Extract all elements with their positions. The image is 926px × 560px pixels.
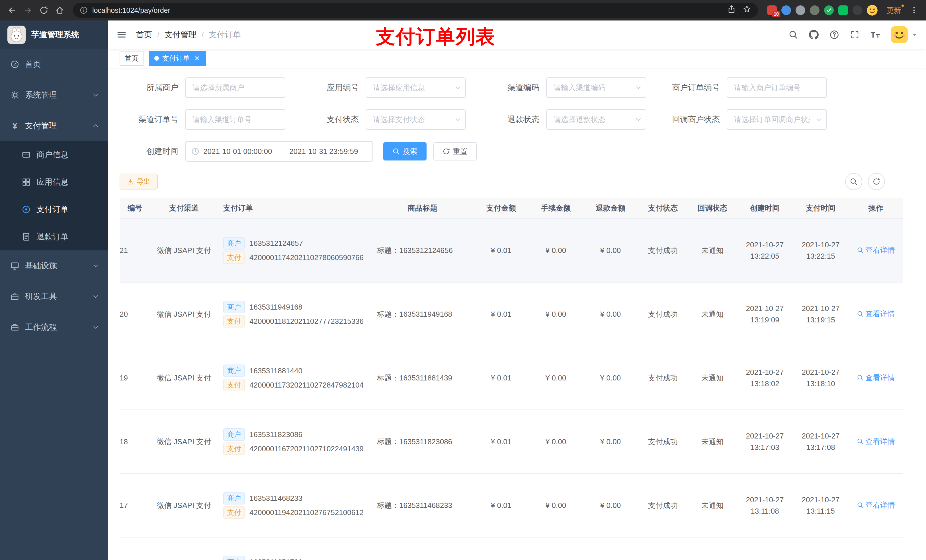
merchant-tag: 商户 <box>223 365 245 377</box>
chevron-down-icon <box>92 293 99 300</box>
bookmark-star-icon[interactable] <box>743 5 751 16</box>
top-navbar: 首页 / 支付管理 / 支付订单 支付订单列表 <box>108 21 926 49</box>
notify-cell: 未通知 <box>688 474 737 537</box>
reset-button[interactable]: 重置 <box>433 142 477 160</box>
sidebar-item-merchant-info[interactable]: 商户信息 <box>0 141 108 169</box>
tags-view: 首页 支付订单 <box>108 49 926 68</box>
toolbox-icon <box>10 292 20 301</box>
pay-status-select[interactable] <box>366 109 466 130</box>
extension-icon-5[interactable] <box>824 5 834 15</box>
create-time-range-picker[interactable]: 2021-10-01 00:00:00 - 2021-10-31 23:59:5… <box>185 141 373 162</box>
browser-update-button[interactable]: 更新 <box>887 6 901 15</box>
breadcrumb-pay-management[interactable]: 支付管理 <box>165 29 197 40</box>
view-detail-link[interactable]: 查看详情 <box>857 245 895 255</box>
channel-cell: 微信 JSAPI 支付 <box>150 474 218 537</box>
sidebar-item-app-info[interactable]: 应用信息 <box>0 169 108 196</box>
site-info-icon[interactable] <box>80 6 88 14</box>
export-button[interactable]: 导出 <box>120 174 158 190</box>
field-label: 创建时间 <box>120 146 185 157</box>
forward-icon[interactable] <box>21 3 35 18</box>
column-header-order: 支付订单 <box>218 198 371 219</box>
extension-icon-4[interactable] <box>810 5 820 15</box>
status-cell: 支付成功 <box>638 346 688 410</box>
font-size-icon[interactable] <box>865 25 885 44</box>
extension-icon-2[interactable] <box>781 5 791 15</box>
briefcase-icon <box>10 323 20 332</box>
navbar-actions <box>784 25 926 44</box>
user-avatar[interactable] <box>891 26 908 43</box>
view-detail-link[interactable]: 查看详情 <box>857 500 895 510</box>
merchant-select[interactable] <box>185 77 285 98</box>
column-header-channel: 支付渠道 <box>150 198 218 219</box>
sidebar-item-pay[interactable]: ¥ 支付管理 <box>0 110 108 141</box>
field-label: 退款状态 <box>481 114 546 125</box>
breadcrumb-home[interactable]: 首页 <box>136 29 152 40</box>
channel-order-no-input[interactable] <box>185 109 285 130</box>
yen-icon: ¥ <box>10 121 20 130</box>
pay-tag: 支付 <box>223 315 245 328</box>
field-label: 支付状态 <box>300 114 366 125</box>
filter-row-3: 创建时间 2021-10-01 00:00:00 - 2021-10-31 23… <box>120 141 915 162</box>
page-content: 所属商户 应用编号 渠道编码 商户订单编号 <box>108 68 926 560</box>
sidebar-item-refund-order[interactable]: 退款订单 <box>0 223 108 251</box>
sidebar-item-workflow[interactable]: 工作流程 <box>0 312 108 343</box>
sidebar-item-dev-tools[interactable]: 研发工具 <box>0 281 108 312</box>
view-detail-link[interactable]: 查看详情 <box>857 373 895 383</box>
extension-icon-6[interactable] <box>838 5 848 15</box>
chevron-down-icon <box>92 263 99 269</box>
avatar-caret-icon[interactable] <box>911 31 918 38</box>
hamburger-icon[interactable] <box>108 30 135 39</box>
refund-status-select[interactable] <box>546 109 646 130</box>
field-label: 应用编号 <box>300 82 366 93</box>
browser-profile-avatar[interactable] <box>867 5 878 16</box>
back-icon[interactable] <box>5 3 20 18</box>
close-icon[interactable] <box>193 54 201 62</box>
app-logo[interactable]: 芋道管理系统 <box>0 21 108 49</box>
channel-code-select[interactable] <box>546 77 646 98</box>
tab-home[interactable]: 首页 <box>120 51 144 66</box>
browser-menu-icon[interactable] <box>906 3 921 18</box>
refresh-table-icon[interactable] <box>868 173 885 190</box>
merchant-order-no-input[interactable] <box>727 77 827 98</box>
address-bar[interactable]: localhost:1024/pay/order <box>73 3 758 18</box>
view-detail-link[interactable]: 查看详情 <box>857 309 895 319</box>
logo-image <box>8 26 26 44</box>
pay-tag: 支付 <box>223 506 245 519</box>
field-label: 回调商户状态 <box>661 114 727 125</box>
table-row: 17 微信 JSAPI 支付 商户1635311468233 支付4200001… <box>120 474 903 537</box>
view-detail-link[interactable]: 查看详情 <box>857 436 895 447</box>
toggle-search-icon[interactable] <box>845 173 862 190</box>
extension-icon-1[interactable]: 10 <box>767 5 777 15</box>
sidebar-item-infrastructure[interactable]: 基础设施 <box>0 251 108 281</box>
reload-icon[interactable] <box>36 3 51 18</box>
active-tab-dot <box>154 56 159 60</box>
extension-icon-7[interactable] <box>853 5 862 15</box>
merchant-tag: 商户 <box>223 428 245 441</box>
github-icon[interactable] <box>804 25 823 44</box>
dashboard-icon <box>10 60 20 69</box>
order-cell: 商户1635311468233 支付4200001194202110276752… <box>218 474 371 537</box>
pay-tag: 支付 <box>223 379 245 391</box>
help-icon[interactable] <box>825 25 844 44</box>
fullscreen-icon[interactable] <box>845 25 864 44</box>
pay-tag: 支付 <box>223 442 245 455</box>
share-icon[interactable] <box>727 5 736 16</box>
search-icon[interactable] <box>784 25 803 44</box>
sidebar-item-system[interactable]: 系统管理 <box>0 80 108 110</box>
app-id-select[interactable] <box>366 77 466 98</box>
title-cell: 标题：1635311949168 <box>371 282 474 346</box>
notify-status-select[interactable] <box>727 109 827 130</box>
sidebar: 芋道管理系统 首页 系统管理 ¥ 支付管理 <box>0 21 108 560</box>
tab-pay-order[interactable]: 支付订单 <box>149 51 206 66</box>
search-button[interactable]: 搜索 <box>383 142 427 160</box>
merchant-tag: 商户 <box>223 237 245 249</box>
sidebar-item-pay-order[interactable]: 支付订单 <box>0 196 108 223</box>
sidebar-item-home[interactable]: 首页 <box>0 49 108 80</box>
column-header-title: 商品标题 <box>371 198 474 219</box>
table-row: 21 微信 JSAPI 支付 商户1635312124657 支付4200001… <box>120 219 903 282</box>
browser-toolbar: localhost:1024/pay/order 10 更新 <box>0 0 926 21</box>
home-icon[interactable] <box>52 3 67 18</box>
extension-icon-3[interactable] <box>796 5 805 15</box>
record-icon <box>22 205 31 214</box>
channel-cell: 微信 JSAPI 支付 <box>150 346 218 410</box>
